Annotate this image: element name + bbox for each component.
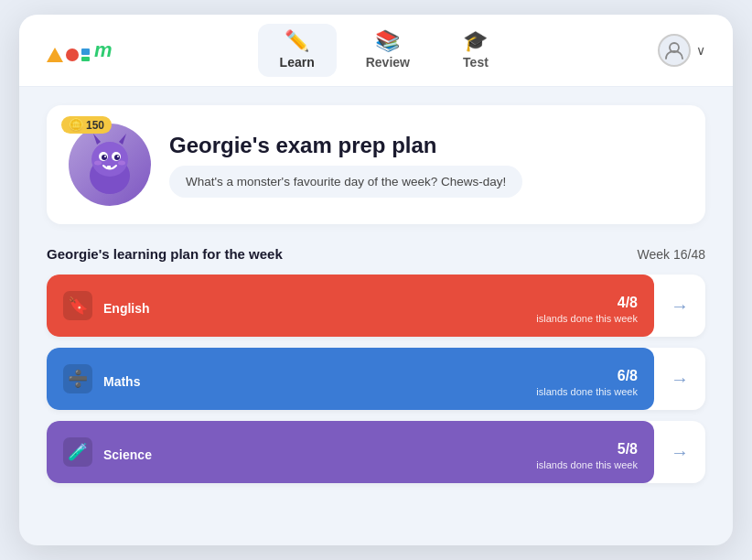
subject-card-maths[interactable]: ➗ Maths 6/8 islands done this week → bbox=[47, 348, 705, 410]
coin-count: 150 bbox=[86, 119, 104, 132]
logo-square-top bbox=[81, 48, 90, 55]
subject-card-science[interactable]: 🧪 Science 5/8 islands done this week → bbox=[47, 421, 705, 483]
tab-test-label: Test bbox=[463, 55, 489, 70]
app-window: m ✏️ Learn 📚 Review 🎓 Test bbox=[19, 15, 733, 545]
svg-marker-4 bbox=[119, 134, 126, 145]
maths-left: Maths bbox=[103, 369, 140, 389]
maths-count: 6/8 bbox=[618, 361, 638, 384]
english-bar: 🔖 English 4/8 islands done this week bbox=[47, 275, 654, 337]
profile-title: Georgie's exam prep plan bbox=[169, 133, 683, 158]
maths-name: Maths bbox=[103, 374, 140, 389]
english-left: English bbox=[103, 296, 150, 316]
profile-text: Georgie's exam prep plan What's a monste… bbox=[169, 133, 683, 198]
english-name: English bbox=[103, 301, 150, 316]
user-menu[interactable]: ∨ bbox=[658, 34, 705, 67]
tab-review-label: Review bbox=[366, 55, 410, 70]
science-arrow[interactable]: → bbox=[654, 442, 705, 463]
maths-bar: ➗ Maths 6/8 islands done this week bbox=[47, 348, 654, 410]
subject-card-english[interactable]: 🔖 English 4/8 islands done this week → bbox=[47, 275, 705, 337]
svg-point-12 bbox=[94, 161, 102, 166]
joke-text: What's a monster's favourite day of the … bbox=[186, 175, 506, 188]
svg-marker-3 bbox=[93, 134, 101, 145]
avatar bbox=[658, 34, 691, 67]
nav-tabs: ✏️ Learn 📚 Review 🎓 Test bbox=[258, 24, 512, 77]
svg-point-7 bbox=[102, 155, 107, 160]
svg-point-13 bbox=[118, 161, 125, 166]
english-label: islands done this week bbox=[536, 313, 638, 324]
logo-squares bbox=[81, 48, 90, 61]
science-name: Science bbox=[103, 447, 152, 462]
tab-test[interactable]: 🎓 Test bbox=[439, 24, 512, 77]
science-progress: 5/8 islands done this week bbox=[536, 434, 638, 470]
science-label: islands done this week bbox=[536, 459, 638, 470]
chevron-down-icon: ∨ bbox=[696, 43, 705, 58]
svg-point-10 bbox=[117, 156, 119, 157]
review-icon: 📚 bbox=[375, 31, 400, 51]
logo-circle bbox=[66, 48, 79, 61]
science-left: Science bbox=[103, 442, 152, 462]
header: m ✏️ Learn 📚 Review 🎓 Test bbox=[19, 15, 733, 87]
english-count: 4/8 bbox=[618, 287, 638, 311]
science-icon: 🧪 bbox=[63, 437, 92, 467]
maths-progress: 6/8 islands done this week bbox=[536, 361, 638, 397]
science-bar: 🧪 Science 5/8 islands done this week bbox=[47, 421, 654, 483]
week-plan-header: Georgie's learning plan for the week Wee… bbox=[47, 246, 705, 262]
joke-bubble: What's a monster's favourite day of the … bbox=[169, 166, 522, 198]
svg-rect-11 bbox=[107, 166, 111, 169]
profile-card: 🪙 150 bbox=[47, 105, 705, 224]
learn-icon: ✏️ bbox=[285, 31, 309, 51]
logo-icon: m bbox=[47, 38, 113, 62]
english-icon: 🔖 bbox=[63, 291, 92, 320]
svg-point-8 bbox=[114, 155, 120, 160]
logo-square-bottom bbox=[81, 57, 90, 61]
main-content: 🪙 150 bbox=[19, 87, 733, 545]
maths-arrow[interactable]: → bbox=[654, 369, 705, 390]
logo-triangle bbox=[47, 48, 63, 62]
monster-avatar bbox=[69, 124, 151, 206]
coin-icon: 🪙 bbox=[69, 118, 83, 132]
tab-review[interactable]: 📚 Review bbox=[344, 24, 432, 77]
maths-icon: ➗ bbox=[63, 364, 92, 393]
coin-badge: 🪙 150 bbox=[61, 116, 112, 134]
test-icon: 🎓 bbox=[463, 31, 488, 51]
tab-learn-label: Learn bbox=[280, 55, 315, 70]
english-arrow[interactable]: → bbox=[654, 296, 705, 317]
logo: m bbox=[47, 38, 113, 62]
avatar-container: 🪙 150 bbox=[69, 124, 151, 206]
svg-point-2 bbox=[91, 142, 128, 177]
science-count: 5/8 bbox=[618, 434, 638, 458]
tab-learn[interactable]: ✏️ Learn bbox=[258, 24, 337, 77]
week-badge: Week 16/48 bbox=[638, 247, 705, 262]
svg-point-9 bbox=[104, 156, 106, 157]
week-plan-title: Georgie's learning plan for the week bbox=[47, 246, 283, 262]
english-progress: 4/8 islands done this week bbox=[536, 287, 638, 324]
maths-label: islands done this week bbox=[536, 386, 638, 397]
logo-m: m bbox=[94, 38, 113, 62]
